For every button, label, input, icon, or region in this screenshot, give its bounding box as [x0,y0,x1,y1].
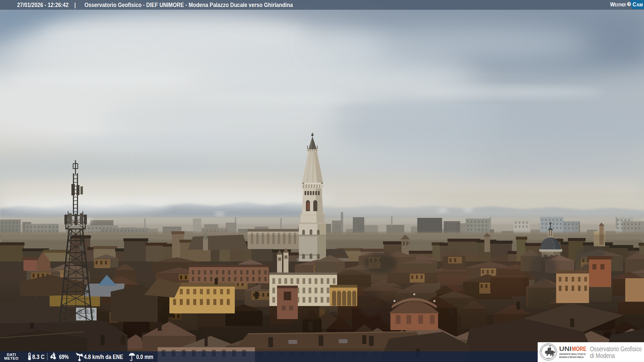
svg-text:MORE: MORE [572,345,586,352]
svg-text:4.8 km/h da ENE: 4.8 km/h da ENE [84,353,123,360]
svg-text:W: W [610,1,615,7]
svg-text:8.3 C: 8.3 C [32,353,45,360]
svg-text:UNI: UNI [559,345,572,352]
svg-text:AM: AM [637,3,643,7]
svg-text:69%: 69% [59,353,69,360]
svg-text:1175: 1175 [547,358,550,359]
svg-text:EATHER: EATHER [615,3,626,7]
svg-text:0.0 mm: 0.0 mm [136,353,153,360]
svg-text:C: C [633,1,636,7]
svg-text:27/01/2026 - 12:26:42 |: 27/01/2026 - 12:26:42 | Osservatorio Geo… [17,1,293,8]
svg-text:MODENA E REGGIO EMILIA: MODENA E REGGIO EMILIA [559,356,584,359]
svg-text:di Modena: di Modena [590,352,615,359]
